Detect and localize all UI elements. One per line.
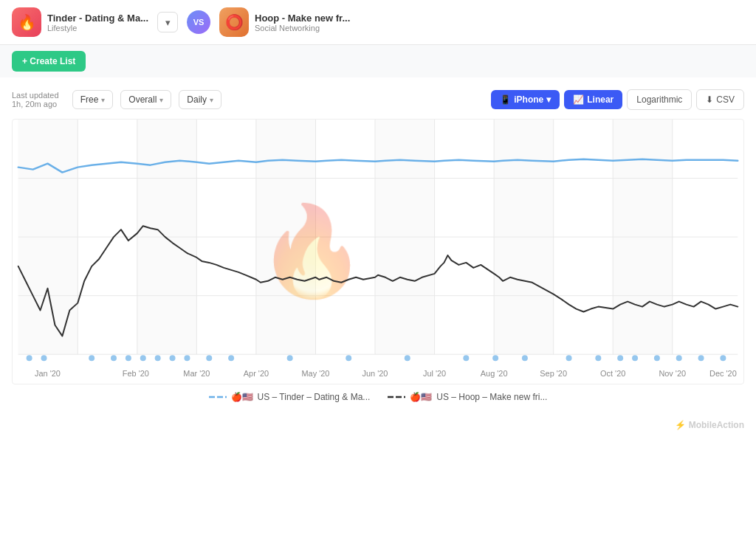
svg-point-26 — [111, 355, 117, 361]
svg-text:Apr '20: Apr '20 — [244, 369, 269, 378]
last-updated-info: Last updated 1h, 20m ago — [12, 91, 65, 108]
svg-text:Jul '20: Jul '20 — [423, 369, 446, 378]
legend-hoop-line-icon — [388, 393, 405, 401]
svg-text:Jun '20: Jun '20 — [362, 369, 388, 378]
svg-point-27 — [126, 355, 131, 361]
chart-container: 🔥 — [12, 119, 744, 384]
footer-watermark: ⚡ MobileAction — [0, 414, 756, 436]
app1-name: Tinder - Dating & Ma... — [47, 13, 148, 24]
svg-point-47 — [720, 355, 726, 361]
last-updated-label: Last updated 1h, 20m ago — [12, 91, 59, 108]
app1-card: 🔥 Tinder - Dating & Ma... Lifestyle — [12, 7, 148, 37]
svg-text:Mar '20: Mar '20 — [183, 369, 210, 378]
chart-svg: 🔥 — [13, 120, 743, 384]
svg-point-33 — [228, 355, 234, 361]
svg-text:🔥: 🔥 — [257, 199, 367, 303]
legend-tinder-flag: 🍎🇺🇸 — [231, 392, 253, 402]
watermark-icon: ⚡ — [675, 420, 686, 430]
download-icon: ⬇ — [706, 94, 713, 105]
svg-point-42 — [617, 355, 623, 361]
svg-point-30 — [170, 355, 176, 361]
chart-view-controls: 📱 iPhone ▾ 📈 Linear Logarithmic ⬇ CSV — [491, 89, 744, 110]
chart-section: Last updated 1h, 20m ago Free ▾ Overall … — [0, 77, 756, 414]
legend-hoop-flag: 🍎🇺🇸 — [410, 392, 432, 402]
app2-category: Social Networking — [255, 24, 350, 32]
legend-item-hoop: 🍎🇺🇸 US – Hoop – Make new fri... — [388, 392, 547, 402]
chart-controls: Last updated 1h, 20m ago Free ▾ Overall … — [12, 89, 744, 110]
svg-text:Feb '20: Feb '20 — [123, 369, 149, 378]
chart-line-icon: 📈 — [573, 94, 584, 105]
app2-card: ⭕ Hoop - Make new fr... Social Networkin… — [219, 7, 350, 37]
linear-button[interactable]: 📈 Linear — [564, 90, 622, 109]
svg-text:Dec '20: Dec '20 — [709, 369, 737, 378]
app2-info: Hoop - Make new fr... Social Networking — [255, 13, 350, 32]
svg-point-39 — [522, 355, 528, 361]
svg-text:Jan '20: Jan '20 — [35, 369, 61, 378]
svg-point-23 — [27, 355, 32, 361]
app-comparison-header: 🔥 Tinder - Dating & Ma... Lifestyle ▾ VS… — [0, 0, 756, 45]
svg-point-36 — [405, 355, 410, 361]
svg-point-24 — [41, 355, 47, 361]
svg-point-38 — [492, 355, 498, 361]
svg-text:Oct '20: Oct '20 — [600, 369, 625, 378]
legend-tinder-line-icon — [209, 393, 227, 401]
svg-point-34 — [287, 355, 293, 361]
svg-text:May '20: May '20 — [302, 369, 330, 378]
svg-point-31 — [184, 355, 190, 361]
chart-legend: 🍎🇺🇸 US – Tinder – Dating & Ma... 🍎🇺🇸 US … — [12, 392, 744, 402]
svg-point-25 — [89, 355, 94, 361]
app1-chevron-button[interactable]: ▾ — [157, 12, 178, 32]
chevron-down-icon: ▾ — [159, 96, 163, 104]
toolbar: + Create List — [0, 45, 756, 77]
app1-info: Tinder - Dating & Ma... Lifestyle — [47, 13, 148, 32]
svg-point-46 — [698, 355, 704, 361]
svg-point-44 — [654, 355, 660, 361]
iphone-button[interactable]: 📱 iPhone ▾ — [491, 90, 560, 109]
phone-icon: 📱 — [500, 94, 511, 105]
svg-point-35 — [346, 355, 351, 361]
svg-point-32 — [206, 355, 212, 361]
vs-badge: VS — [187, 10, 210, 34]
legend-item-tinder: 🍎🇺🇸 US – Tinder – Dating & Ma... — [209, 392, 371, 402]
logarithmic-button[interactable]: Logarithmic — [627, 89, 692, 110]
chevron-down-icon: ▾ — [210, 96, 213, 104]
csv-button[interactable]: ⬇ CSV — [696, 89, 744, 110]
filter-category-dropdown[interactable]: Overall ▾ — [120, 90, 171, 109]
svg-text:Sep '20: Sep '20 — [540, 369, 567, 378]
svg-text:Aug '20: Aug '20 — [481, 369, 508, 378]
chevron-down-icon: ▾ — [101, 96, 105, 104]
app1-category: Lifestyle — [47, 24, 148, 32]
chevron-down-icon: ▾ — [546, 94, 551, 105]
svg-text:Nov '20: Nov '20 — [659, 369, 686, 378]
filter-type-dropdown[interactable]: Free ▾ — [72, 90, 114, 109]
filter-interval-dropdown[interactable]: Daily ▾ — [179, 90, 221, 109]
create-list-button[interactable]: + Create List — [12, 51, 86, 72]
app1-icon: 🔥 — [12, 7, 41, 37]
svg-point-29 — [155, 355, 161, 361]
app2-icon: ⭕ — [219, 7, 249, 37]
svg-point-28 — [140, 355, 146, 361]
svg-point-45 — [676, 355, 682, 361]
svg-point-40 — [566, 355, 572, 361]
app2-name: Hoop - Make new fr... — [255, 13, 350, 24]
svg-point-37 — [463, 355, 469, 361]
svg-point-43 — [632, 355, 638, 361]
svg-point-41 — [595, 355, 601, 361]
